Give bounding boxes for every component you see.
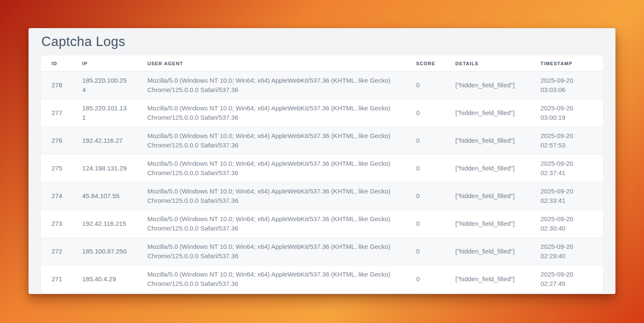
cell-id: 278 [41, 72, 72, 99]
cell-user_agent: Mozilla/5.0 (Windows NT 10.0; Win64; x64… [137, 155, 405, 182]
column-header-timestamp: TIMESTAMP [530, 55, 603, 72]
cell-id: 273 [41, 210, 72, 238]
cell-ip: 192.42.116.215 [72, 210, 137, 238]
cell-score: 0 [405, 72, 445, 99]
cell-id: 276 [41, 127, 72, 155]
cell-user_agent: Mozilla/5.0 (Windows NT 10.0; Win64; x64… [137, 99, 405, 127]
table-header-row: IDIPUSER AGENTSCOREDETAILSTIMESTAMP [41, 55, 603, 72]
column-header-ip: IP [72, 55, 137, 72]
table-row: 277185.220.101.131Mozilla/5.0 (Windows N… [41, 99, 603, 127]
cell-ip: 185.100.87.250 [72, 238, 137, 265]
cell-timestamp: 2025-09-20 02:29:40 [530, 238, 603, 265]
cell-score: 0 [405, 265, 445, 293]
cell-user_agent: Mozilla/5.0 (Windows NT 10.0; Win64; x64… [137, 265, 405, 293]
table-row: 276192.42.116.27Mozilla/5.0 (Windows NT … [41, 127, 603, 155]
cell-details: ["hidden_field_filled"] [445, 238, 530, 265]
cell-user_agent: Mozilla/5.0 (Windows NT 10.0; Win64; x64… [137, 210, 405, 238]
cell-timestamp: 2025-09-20 02:37:41 [530, 155, 603, 182]
cell-details: ["hidden_field_filled"] [445, 210, 530, 238]
cell-score: 0 [405, 127, 445, 155]
cell-details: ["hidden_field_filled"] [445, 72, 530, 99]
cell-ip: 45.84.107.55 [72, 182, 137, 210]
cell-ip: 124.198.131.29 [72, 155, 137, 182]
cell-timestamp: 2025-09-20 03:00:19 [530, 99, 603, 127]
cell-details: ["hidden_field_filled"] [445, 127, 530, 155]
cell-ip: 185.40.4.29 [72, 265, 137, 293]
cell-ip: 185.220.100.254 [72, 72, 137, 99]
cell-timestamp: 2025-09-20 02:57:53 [530, 127, 603, 155]
table-row: 27445.84.107.55Mozilla/5.0 (Windows NT 1… [41, 182, 603, 210]
captcha-logs-card: Captcha Logs IDIPUSER AGENTSCOREDETAILST… [29, 28, 615, 294]
cell-timestamp: 2025-09-20 03:03:06 [530, 72, 603, 99]
table-row: 272185.100.87.250Mozilla/5.0 (Windows NT… [41, 238, 603, 265]
cell-ip: 185.220.101.131 [72, 99, 137, 127]
cell-details: ["hidden_field_filled"] [445, 99, 530, 127]
cell-id: 275 [41, 155, 72, 182]
cell-id: 272 [41, 238, 72, 265]
table-row: 278185.220.100.254Mozilla/5.0 (Windows N… [41, 72, 603, 99]
column-header-id: ID [41, 55, 72, 72]
cell-timestamp: 2025-09-20 02:27:45 [530, 265, 603, 293]
cell-user_agent: Mozilla/5.0 (Windows NT 10.0; Win64; x64… [137, 127, 405, 155]
logs-table: IDIPUSER AGENTSCOREDETAILSTIMESTAMP 2781… [41, 55, 603, 293]
cell-id: 274 [41, 182, 72, 210]
table-row: 275124.198.131.29Mozilla/5.0 (Windows NT… [41, 155, 603, 182]
cell-details: ["hidden_field_filled"] [445, 182, 530, 210]
cell-score: 0 [405, 210, 445, 238]
cell-details: ["hidden_field_filled"] [445, 155, 530, 182]
column-header-score: SCORE [405, 55, 445, 72]
cell-score: 0 [405, 182, 445, 210]
cell-id: 277 [41, 99, 72, 127]
cell-timestamp: 2025-09-20 02:33:41 [530, 182, 603, 210]
table-row: 273192.42.116.215Mozilla/5.0 (Windows NT… [41, 210, 603, 238]
page-title: Captcha Logs [41, 28, 603, 55]
column-header-details: DETAILS [445, 55, 530, 72]
table-row: 271185.40.4.29Mozilla/5.0 (Windows NT 10… [41, 265, 603, 293]
cell-score: 0 [405, 155, 445, 182]
cell-timestamp: 2025-09-20 02:30:40 [530, 210, 603, 238]
cell-user_agent: Mozilla/5.0 (Windows NT 10.0; Win64; x64… [137, 72, 405, 99]
cell-user_agent: Mozilla/5.0 (Windows NT 10.0; Win64; x64… [137, 238, 405, 265]
cell-id: 271 [41, 265, 72, 293]
cell-ip: 192.42.116.27 [72, 127, 137, 155]
cell-user_agent: Mozilla/5.0 (Windows NT 10.0; Win64; x64… [137, 182, 405, 210]
logs-table-container: IDIPUSER AGENTSCOREDETAILSTIMESTAMP 2781… [41, 55, 603, 293]
cell-details: ["hidden_field_filled"] [445, 265, 530, 293]
column-header-user_agent: USER AGENT [137, 55, 405, 72]
cell-score: 0 [405, 238, 445, 265]
cell-score: 0 [405, 99, 445, 127]
